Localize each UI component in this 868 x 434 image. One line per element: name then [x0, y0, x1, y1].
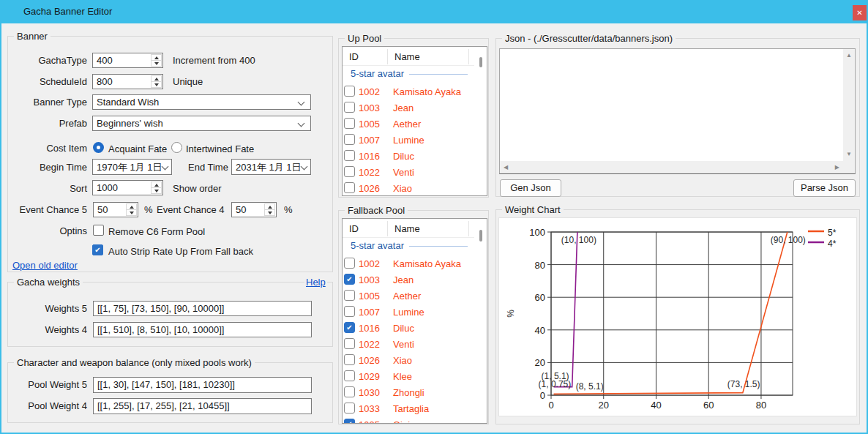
auto-strip-checkbox[interactable] [92, 244, 103, 255]
row-checkbox[interactable] [344, 258, 355, 269]
row-checkbox[interactable] [344, 290, 355, 301]
column-header-id[interactable]: ID [349, 51, 359, 62]
prefab-dropdown[interactable]: Beginners' wish [92, 116, 311, 131]
scrollbar-thumb[interactable] [479, 57, 482, 67]
row-checkbox[interactable] [344, 118, 355, 129]
weights-5-input[interactable]: [[1, 75], [73, 150], [90, 10000]] [93, 301, 312, 316]
spin-down-button[interactable] [151, 187, 161, 193]
row-checkbox[interactable] [344, 403, 355, 414]
parse-json-button[interactable]: Parse Json [793, 179, 856, 197]
pool-weight-4-input[interactable]: [[1, 255], [17, 255], [21, 10455]] [93, 398, 312, 414]
gacha-type-value: 400 [97, 55, 113, 66]
window-title: Gacha Banner Editor [23, 6, 112, 17]
row-checkbox[interactable] [344, 419, 355, 424]
schedule-id-spinner[interactable]: 800 [92, 74, 163, 89]
row-checkbox[interactable] [344, 322, 355, 333]
help-link[interactable]: Help [304, 277, 327, 288]
scroll-right-icon[interactable]: ▶ [835, 165, 839, 171]
column-header-name[interactable]: Name [394, 223, 420, 234]
row-name: Qiqi [393, 419, 410, 424]
row-checkbox[interactable] [344, 102, 355, 113]
vertical-scrollbar[interactable]: ▲ ▼ [843, 49, 855, 161]
schedule-id-spin-buttons [151, 75, 162, 88]
row-name: Kamisato Ayaka [393, 258, 461, 269]
row-checkbox[interactable] [344, 354, 355, 365]
spin-down-button[interactable] [265, 209, 274, 215]
sort-spinner[interactable]: 1000 [92, 180, 163, 195]
column-separator [387, 49, 388, 64]
up-pool-list[interactable]: ID Name 5-star avatar 1002Kamisato Ayaka… [342, 46, 487, 196]
column-header-name[interactable]: Name [394, 51, 420, 62]
event-chance-4-spin-buttons [264, 203, 275, 216]
acquaint-fate-radio[interactable] [93, 142, 104, 153]
pool-weight-5-input[interactable]: [[1, 30], [147, 150], [181, 10230]] [93, 377, 312, 393]
json-group-title: Json - (./Gresscutter/data/banners.json) [502, 33, 676, 44]
row-id: 1005 [359, 291, 380, 302]
end-time-picker[interactable]: 2031年 1月 1日 [231, 159, 311, 175]
row-checkbox[interactable] [344, 386, 355, 397]
row-checkbox[interactable] [344, 274, 355, 285]
row-checkbox[interactable] [344, 370, 355, 381]
row-id: 1016 [359, 151, 380, 162]
pool-row: 1007Lumine [343, 304, 487, 321]
row-checkbox[interactable] [344, 306, 355, 317]
banner-type-dropdown[interactable]: Standard Wish [92, 94, 311, 110]
gen-json-button[interactable]: Gen Json [500, 179, 561, 197]
open-old-editor-link[interactable]: Open old editor [12, 260, 78, 271]
spin-up-button[interactable] [151, 182, 161, 187]
arrow-up-icon [154, 184, 159, 187]
spin-down-button[interactable] [151, 60, 161, 66]
scrollbar-thumb[interactable] [479, 230, 482, 242]
row-checkbox[interactable] [344, 338, 355, 349]
arrow-down-icon [154, 190, 159, 192]
pool-row: 1030Zhongli [343, 385, 487, 401]
row-checkbox[interactable] [344, 182, 355, 193]
row-name: Jean [393, 274, 414, 285]
weights-4-label: Weights 4 [8, 324, 87, 335]
weights-4-input[interactable]: [[1, 510], [8, 510], [10, 10000]] [93, 322, 312, 337]
begin-time-picker[interactable]: 1970年 1月 1日 [92, 159, 172, 175]
close-icon: ✕ [856, 9, 862, 17]
column-separator [387, 221, 388, 236]
row-id: 1007 [359, 135, 380, 146]
event-chance-5-spinner[interactable]: 50 [93, 202, 138, 217]
row-id: 1030 [359, 387, 380, 398]
row-id: 1022 [359, 339, 380, 350]
banner-type-label: Banner Type [8, 97, 87, 108]
row-name: Diluc [393, 151, 414, 162]
event-chance-5-spin-buttons [126, 203, 137, 216]
json-editor: ▲ ▼ ◀ ▶ [499, 48, 856, 174]
spin-up-button[interactable] [127, 204, 136, 209]
row-checkbox[interactable] [344, 134, 355, 145]
intertwined-fate-label: Intertwined Fate [186, 143, 254, 154]
pool-row: 1002Kamisato Ayaka [343, 84, 487, 100]
spin-up-button[interactable] [151, 76, 161, 81]
row-checkbox[interactable] [344, 166, 355, 177]
prefab-label: Prefab [8, 118, 87, 129]
arrow-down-icon [154, 83, 159, 86]
spin-down-button[interactable] [151, 81, 161, 87]
event-chance-4-spinner[interactable]: 50 [231, 202, 277, 217]
row-checkbox[interactable] [344, 86, 355, 97]
scroll-down-icon[interactable]: ▼ [846, 151, 852, 157]
close-button[interactable]: ✕ [853, 5, 867, 20]
arrow-down-icon [130, 212, 134, 214]
column-header-id[interactable]: ID [349, 223, 359, 234]
gacha-type-spinner[interactable]: 400 [92, 53, 163, 68]
fallback-pool-list[interactable]: ID Name 5-star avatar 1002Kamisato Ayaka… [342, 218, 487, 424]
row-checkbox[interactable] [344, 150, 355, 161]
remove-c6-checkbox[interactable] [93, 225, 104, 236]
spin-down-button[interactable] [127, 209, 136, 215]
category-line [409, 246, 468, 247]
row-name: Xiao [393, 355, 412, 366]
scroll-left-icon[interactable]: ◀ [504, 165, 508, 171]
pool-row: 1026Xiao [343, 181, 487, 196]
intertwined-fate-radio[interactable] [171, 142, 182, 153]
pool-weight-4-value: [[1, 255], [17, 255], [21, 10455]] [97, 400, 230, 411]
scroll-up-icon[interactable]: ▲ [846, 53, 852, 59]
horizontal-scrollbar[interactable]: ◀ ▶ [500, 161, 843, 173]
pool-row: 1016Diluc [343, 149, 487, 165]
spin-up-button[interactable] [265, 204, 274, 209]
spin-up-button[interactable] [151, 55, 161, 60]
json-textarea[interactable] [500, 49, 843, 161]
